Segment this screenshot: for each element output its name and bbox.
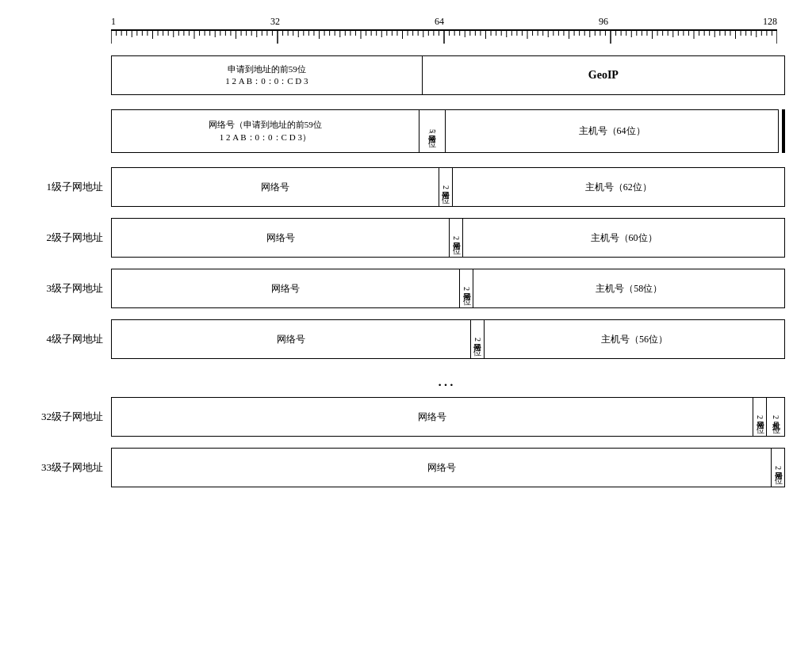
box-host-l32: 主机号2位 bbox=[767, 398, 784, 436]
ruler-bar bbox=[111, 29, 777, 47]
row-level33: 33级子网地址 网络号 子网号2位 bbox=[16, 448, 785, 487]
box-sub-l2: 子网号2位 bbox=[450, 219, 463, 257]
boxes-level2: 网络号 子网号2位 主机号（60位） bbox=[111, 218, 785, 258]
ruler-numbers: 1 32 64 96 128 bbox=[111, 16, 777, 28]
box-net-l2: 网络号 bbox=[112, 219, 450, 257]
row-level4: 4级子网地址 网络号 子网号2位 主机号（56位） bbox=[16, 319, 785, 359]
box-sub-l1: 子网号2位 bbox=[439, 168, 453, 206]
row-level2: 2级子网地址 网络号 子网号2位 主机号（60位） bbox=[16, 218, 785, 258]
box-net-l1: 网络号 bbox=[112, 168, 439, 206]
box-net-l4: 网络号 bbox=[112, 320, 471, 358]
row-ip-request: 申请到地址的前59位1 2 A B：0：0：C D 3 GeoIP bbox=[16, 55, 785, 95]
box-host-64: 主机号（64位） bbox=[446, 110, 778, 152]
ruler-num-64: 64 bbox=[435, 16, 444, 28]
box-sub-l4: 子网号2位 bbox=[471, 320, 485, 358]
box-network-59: 网络号（申请到地址的前59位1 2 A B：0：0：C D 3） bbox=[112, 110, 419, 152]
page-container: 1 32 64 96 128 申请到地址的前59位1 2 A B：0：0：C D… bbox=[0, 0, 793, 514]
vertical-bar bbox=[782, 109, 785, 153]
row-level3: 3级子网地址 网络号 子网号2位 主机号（58位） bbox=[16, 269, 785, 308]
box-sub-l33: 子网号2位 bbox=[772, 449, 784, 487]
row-network: 网络号（申请到地址的前59位1 2 A B：0：0：C D 3） 子网号（5位）… bbox=[16, 109, 785, 153]
row-level32: 32级子网地址 网络号 子网号2位 主机号2位 bbox=[16, 397, 785, 437]
boxes-level3: 网络号 子网号2位 主机号（58位） bbox=[111, 269, 785, 308]
dots-text: … bbox=[437, 370, 459, 390]
label-level1: 1级子网地址 bbox=[16, 180, 111, 194]
label-level32: 32级子网地址 bbox=[16, 410, 111, 424]
boxes-level1: 网络号 子网号2位 主机号（62位） bbox=[111, 167, 785, 207]
box-net-l33: 网络号 bbox=[112, 449, 772, 487]
ruler-num-1: 1 bbox=[111, 16, 116, 28]
ruler-num-96: 96 bbox=[599, 16, 608, 28]
box-net-l32: 网络号 bbox=[112, 398, 753, 436]
ruler: 1 32 64 96 128 bbox=[111, 16, 777, 48]
dots-separator: … bbox=[111, 370, 785, 391]
ruler-canvas bbox=[111, 31, 777, 47]
boxes-level4: 网络号 子网号2位 主机号（56位） bbox=[111, 319, 785, 359]
box-host-l2: 主机号（60位） bbox=[463, 219, 784, 257]
boxes-level32: 网络号 子网号2位 主机号2位 bbox=[111, 397, 785, 437]
box-host-l4: 主机号（56位） bbox=[485, 320, 784, 358]
label-level2: 2级子网地址 bbox=[16, 231, 111, 245]
box-sub-l32: 子网号2位 bbox=[753, 398, 767, 436]
boxes-network: 网络号（申请到地址的前59位1 2 A B：0：0：C D 3） 子网号（5位）… bbox=[111, 109, 779, 153]
box-subnet-5: 子网号（5位） bbox=[419, 110, 446, 152]
ruler-num-32: 32 bbox=[270, 16, 280, 28]
box-net-l3: 网络号 bbox=[112, 269, 460, 307]
box-sub-l3: 子网号2位 bbox=[460, 269, 473, 307]
box-59-prefix: 申请到地址的前59位1 2 A B：0：0：C D 3 bbox=[112, 56, 423, 94]
label-level33: 33级子网地址 bbox=[16, 460, 111, 475]
label-level3: 3级子网地址 bbox=[16, 281, 111, 296]
label-level4: 4级子网地址 bbox=[16, 332, 111, 346]
boxes-ip-request: 申请到地址的前59位1 2 A B：0：0：C D 3 GeoIP bbox=[111, 55, 785, 95]
row-level1: 1级子网地址 网络号 子网号2位 主机号（62位） bbox=[16, 167, 785, 207]
box-geoip: GeoIP bbox=[423, 56, 784, 94]
box-host-l3: 主机号（58位） bbox=[473, 269, 784, 307]
boxes-level33: 网络号 子网号2位 bbox=[111, 448, 785, 487]
ruler-num-128: 128 bbox=[763, 16, 777, 28]
box-host-l1: 主机号（62位） bbox=[453, 168, 784, 206]
